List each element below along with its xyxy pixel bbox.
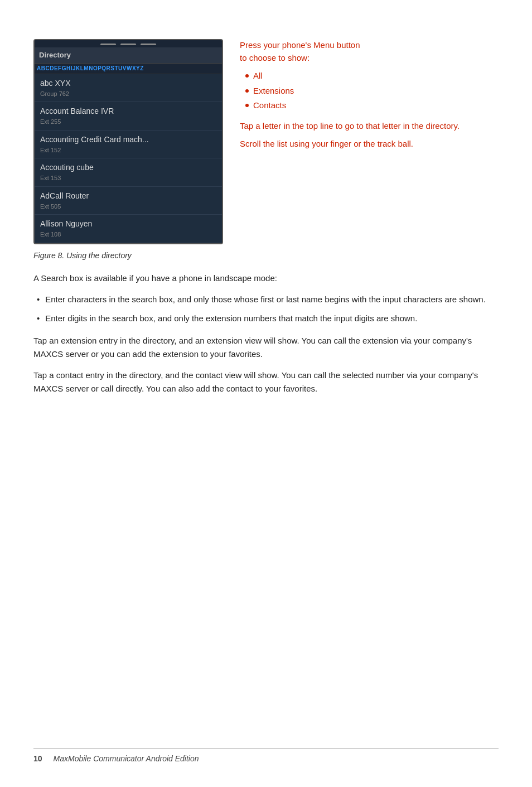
dir-entry-ext: Ext 153 bbox=[40, 173, 216, 183]
bullet-dot-icon bbox=[245, 89, 249, 93]
figure-area: Directory ABCDEFGHIJKLMNOPQRSTUVWXYZ abc… bbox=[33, 22, 499, 244]
dir-entry[interactable]: Accounting Credit Card mach...Ext 152 bbox=[35, 131, 222, 159]
body-paragraph-1: A Search box is available if you have a … bbox=[33, 272, 499, 285]
dir-entry-name: Account Balance IVR bbox=[40, 105, 216, 117]
show-option-item[interactable]: Extensions bbox=[245, 85, 499, 98]
search-box-bullets: Enter characters in the search box, and … bbox=[33, 293, 499, 325]
dir-entry-name: abc XYX bbox=[40, 78, 216, 89]
dir-entry[interactable]: Accouting cubeExt 153 bbox=[35, 158, 222, 187]
status-line-1 bbox=[100, 44, 116, 45]
show-options-list: AllExtensionsContacts bbox=[240, 70, 499, 112]
show-option-item[interactable]: Contacts bbox=[245, 99, 499, 112]
status-line-2 bbox=[120, 44, 136, 45]
instruction-scroll: Scroll the list using your finger or the… bbox=[240, 138, 499, 151]
dir-entry-ext: Ext 505 bbox=[40, 202, 216, 211]
body-paragraph-3: Tap a contact entry in the directory, an… bbox=[33, 369, 499, 395]
dir-entry[interactable]: AdCall RouterExt 505 bbox=[35, 187, 222, 215]
directory-entries: abc XYXGroup 762Account Balance IVRExt 2… bbox=[35, 74, 222, 243]
dir-entry-name: Accouting cube bbox=[40, 162, 216, 173]
footer-page-number: 10 bbox=[33, 753, 42, 765]
dir-entry[interactable]: Account Balance IVRExt 255 bbox=[35, 102, 222, 131]
bullet-dot-icon bbox=[245, 104, 249, 107]
body-paragraph-2: Tap an extension entry in the directory,… bbox=[33, 334, 499, 361]
dir-entry[interactable]: Allison NguyenExt 108 bbox=[35, 215, 222, 243]
dir-entry-name: Accounting Credit Card mach... bbox=[40, 134, 216, 146]
figure-caption: Figure 8. Using the directory bbox=[33, 250, 499, 262]
dir-entry-ext: Group 762 bbox=[40, 89, 216, 99]
bullet-dot-icon bbox=[245, 74, 249, 78]
phone-mockup: Directory ABCDEFGHIJKLMNOPQRSTUVWXYZ abc… bbox=[33, 39, 223, 244]
dir-entry-ext: Ext 255 bbox=[40, 117, 216, 127]
instructions-panel: Press your phone's Menu button to choose… bbox=[240, 22, 499, 156]
show-option-item[interactable]: All bbox=[245, 70, 499, 83]
dir-entry-ext: Ext 108 bbox=[40, 230, 216, 239]
dir-entry-name: Allison Nguyen bbox=[40, 218, 216, 230]
instruction-menu-button: Press your phone's Menu button to choose… bbox=[240, 39, 499, 64]
alpha-bar[interactable]: ABCDEFGHIJKLMNOPQRSTUVWXYZ bbox=[35, 64, 222, 74]
phone-top-bar bbox=[35, 40, 222, 47]
dir-entry-name: AdCall Router bbox=[40, 190, 216, 202]
dir-entry[interactable]: abc XYXGroup 762 bbox=[35, 74, 222, 103]
instruction-tap-letter: Tap a letter in the top line to go to th… bbox=[240, 120, 499, 133]
page-content: Directory ABCDEFGHIJKLMNOPQRSTUVWXYZ abc… bbox=[33, 22, 499, 395]
page-footer: 10 MaxMobile Communicator Android Editio… bbox=[33, 748, 499, 765]
body-bullet-item: Enter characters in the search box, and … bbox=[33, 293, 499, 306]
footer-title: MaxMobile Communicator Android Edition bbox=[54, 753, 199, 765]
status-line-3 bbox=[141, 44, 156, 45]
directory-header: Directory bbox=[35, 47, 222, 64]
body-bullet-item: Enter digits in the search box, and only… bbox=[33, 312, 499, 325]
dir-entry-ext: Ext 152 bbox=[40, 146, 216, 155]
